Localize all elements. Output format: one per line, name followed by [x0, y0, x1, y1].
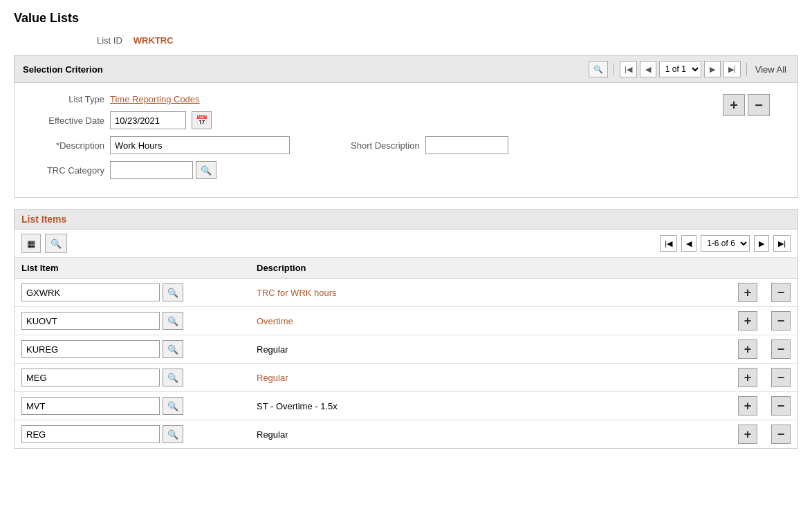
- remove-row-btn-3[interactable]: −: [771, 368, 791, 387]
- item-input-group-2: 🔍: [21, 340, 243, 358]
- list-id-row: List ID WRKTRC: [14, 35, 798, 46]
- col-description: Description: [250, 258, 731, 279]
- table-row: 🔍 TRC for WRK hours + −: [15, 279, 797, 307]
- description-text-4: ST - Overtime - 1.5x: [257, 401, 338, 411]
- add-cell-1: +: [731, 307, 764, 335]
- add-record-button[interactable]: +: [723, 94, 745, 116]
- description-cell-0: TRC for WRK hours: [250, 279, 731, 307]
- description-text-5: Regular: [257, 429, 288, 440]
- short-desc-label: Short Description: [351, 140, 420, 151]
- page-title: Value Lists: [14, 11, 798, 26]
- short-desc-input[interactable]: [425, 136, 508, 154]
- trc-input-group: 🔍: [110, 161, 216, 179]
- list-item-cell-4: 🔍: [15, 392, 250, 420]
- item-input-group-3: 🔍: [21, 369, 243, 386]
- search-button[interactable]: 🔍: [589, 61, 608, 77]
- remove-cell-1: −: [764, 307, 797, 335]
- divider2: [746, 63, 747, 75]
- list-type-row: List Type Time Reporting Codes: [28, 94, 784, 104]
- selection-criterion-title: Selection Criterion: [23, 64, 103, 75]
- remove-row-btn-0[interactable]: −: [771, 283, 791, 302]
- add-row-btn-4[interactable]: +: [738, 396, 757, 416]
- list-item-cell-2: 🔍: [15, 335, 250, 364]
- list-next-button[interactable]: ▶: [754, 235, 769, 252]
- remove-cell-4: −: [764, 392, 797, 420]
- description-text-3: Regular: [257, 373, 288, 383]
- remove-cell-2: −: [764, 335, 797, 364]
- add-row-btn-1[interactable]: +: [738, 311, 757, 330]
- description-cell-2: Regular: [250, 335, 731, 364]
- list-search-button[interactable]: 🔍: [45, 234, 67, 253]
- list-items-header: List Items: [15, 209, 797, 230]
- action-buttons: + −: [723, 94, 770, 116]
- list-items-table: List Item Description 🔍 TRC for WRK hour…: [15, 258, 797, 448]
- table-row: 🔍 Regular + −: [15, 335, 797, 364]
- page-select[interactable]: 1 of 1: [659, 61, 701, 77]
- remove-row-btn-5[interactable]: −: [771, 425, 791, 444]
- description-cell-1: Overtime: [250, 307, 731, 335]
- last-page-button[interactable]: ▶|: [723, 61, 741, 77]
- remove-row-btn-2[interactable]: −: [771, 339, 791, 359]
- item-search-btn-5[interactable]: 🔍: [163, 425, 183, 443]
- next-page-button[interactable]: ▶: [704, 61, 721, 77]
- list-items-title: List Items: [21, 214, 66, 225]
- prev-page-button[interactable]: ◀: [640, 61, 656, 77]
- description-text-1: Overtime: [257, 316, 293, 326]
- item-search-btn-0[interactable]: 🔍: [163, 283, 183, 301]
- item-search-btn-3[interactable]: 🔍: [163, 369, 183, 386]
- selection-criterion-section: Selection Criterion 🔍 |◀ ◀ 1 of 1 ▶ ▶| V…: [14, 55, 798, 198]
- remove-row-btn-4[interactable]: −: [771, 396, 791, 416]
- trc-category-label: TRC Category: [28, 165, 104, 176]
- remove-record-button[interactable]: −: [748, 94, 770, 116]
- item-search-btn-2[interactable]: 🔍: [163, 340, 183, 358]
- list-item-input-1[interactable]: [21, 312, 160, 330]
- add-row-btn-2[interactable]: +: [738, 339, 757, 359]
- add-cell-2: +: [731, 335, 764, 364]
- item-search-btn-4[interactable]: 🔍: [163, 397, 183, 415]
- add-cell-5: +: [731, 420, 764, 449]
- remove-row-btn-1[interactable]: −: [771, 311, 791, 330]
- add-row-btn-0[interactable]: +: [738, 283, 757, 302]
- description-input[interactable]: [110, 136, 290, 154]
- col-remove: [764, 258, 797, 279]
- list-item-input-4[interactable]: [21, 397, 160, 415]
- description-cell-5: Regular: [250, 420, 731, 449]
- col-add: [731, 258, 764, 279]
- add-cell-0: +: [731, 279, 764, 307]
- grid-view-button[interactable]: ▦: [21, 234, 41, 253]
- description-row: *Description Short Description: [28, 136, 784, 154]
- list-item-input-3[interactable]: [21, 369, 160, 386]
- divider: [613, 63, 614, 75]
- list-items-section: List Items ▦ 🔍 |◀ ◀ 1-6 of 6 ▶ ▶| List I…: [14, 209, 798, 449]
- list-item-input-2[interactable]: [21, 340, 160, 358]
- list-page-select[interactable]: 1-6 of 6: [701, 235, 750, 252]
- list-type-value[interactable]: Time Reporting Codes: [110, 94, 200, 104]
- list-prev-button[interactable]: ◀: [681, 235, 696, 252]
- view-all-button[interactable]: View All: [753, 64, 789, 75]
- table-row: 🔍 Regular + −: [15, 420, 797, 449]
- section-controls: 🔍 |◀ ◀ 1 of 1 ▶ ▶| View All: [589, 61, 789, 77]
- list-item-input-5[interactable]: [21, 425, 160, 443]
- item-input-group-4: 🔍: [21, 397, 243, 415]
- list-item-input-0[interactable]: [21, 283, 160, 301]
- list-last-button[interactable]: ▶|: [773, 235, 791, 252]
- first-page-button[interactable]: |◀: [620, 61, 637, 77]
- description-cell-3: Regular: [250, 364, 731, 392]
- add-cell-3: +: [731, 364, 764, 392]
- calendar-button[interactable]: 📅: [192, 111, 212, 129]
- add-row-btn-3[interactable]: +: [738, 368, 757, 387]
- selection-body: + − List Type Time Reporting Codes Effec…: [14, 83, 798, 198]
- list-first-button[interactable]: |◀: [660, 235, 677, 252]
- item-search-btn-1[interactable]: 🔍: [163, 312, 183, 330]
- list-type-label: List Type: [28, 94, 104, 104]
- list-id-label: List ID: [97, 35, 122, 46]
- list-item-cell-5: 🔍: [15, 420, 250, 449]
- trc-category-input[interactable]: [110, 161, 193, 179]
- effective-date-input[interactable]: [110, 111, 186, 129]
- table-row: 🔍 ST - Overtime - 1.5x + −: [15, 392, 797, 420]
- selection-inner: + − List Type Time Reporting Codes Effec…: [28, 94, 784, 179]
- table-row: 🔍 Regular + −: [15, 364, 797, 392]
- add-row-btn-5[interactable]: +: [738, 425, 757, 444]
- trc-search-button[interactable]: 🔍: [196, 161, 216, 179]
- list-items-toolbar: ▦ 🔍 |◀ ◀ 1-6 of 6 ▶ ▶|: [15, 230, 797, 258]
